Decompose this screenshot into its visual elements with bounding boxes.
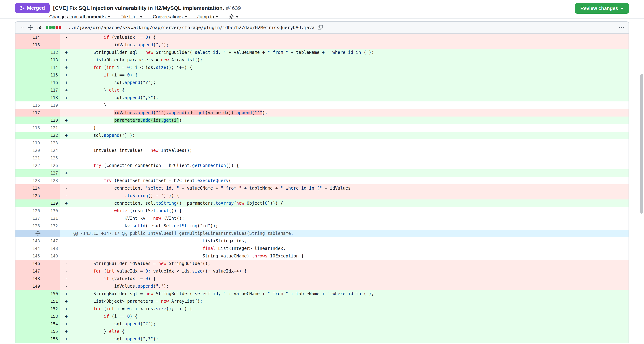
code-token: executeQuery (198, 178, 228, 183)
diff-marker: - (65, 267, 73, 275)
hunk-drag-handle-icon[interactable] (16, 230, 60, 237)
diff-row: 117+ } else { (16, 86, 628, 94)
code-token: (i) (171, 118, 179, 123)
new-line-number: 117 (42, 86, 60, 94)
hunk-row: @@ -143,13 +147,17 @@ public IntValues[]… (16, 230, 628, 237)
old-line-number (16, 320, 42, 328)
code-token: (resultSet. (127, 208, 158, 213)
code-token: sql. (73, 133, 104, 138)
code-token: append (138, 42, 153, 47)
changes-from-dropdown[interactable]: Changes fromall commits (49, 14, 110, 19)
diff-row: 126130 while (resultSet.next()) { (16, 207, 628, 214)
file-path-link[interactable]: ...n/java/org/apache/skywalking/oap/serv… (66, 25, 315, 30)
code-token: String valueCName) (73, 254, 252, 259)
code-token: "?" (143, 80, 150, 85)
code-token: (Connection connection = h2Client. (101, 163, 192, 168)
diff-marker: + (65, 305, 73, 313)
old-line-number (16, 56, 42, 64)
code-token: setId (132, 223, 145, 228)
code-token: StringBuilder( (153, 291, 192, 296)
code-token: append (124, 321, 140, 327)
code-token: if (104, 35, 109, 40)
copy-path-button[interactable] (318, 25, 323, 30)
code-token: "select id, " (192, 291, 226, 296)
diff-row: 116+ sql.append("?"); (16, 79, 628, 86)
code-token: parameters. (114, 118, 143, 123)
conversations-dropdown[interactable]: Conversations (153, 14, 187, 19)
file-options-kebab-button[interactable] (619, 25, 624, 30)
diff-marker: - (65, 260, 73, 267)
new-line-number: 124 (42, 147, 60, 154)
code-token: i = (114, 306, 127, 311)
code-token: } (73, 88, 109, 93)
code-token: List<String> ids, (73, 238, 247, 243)
diff-settings-dropdown[interactable] (229, 14, 239, 19)
jump-to-dropdown[interactable]: Jump to (198, 14, 219, 19)
old-line-number: 123 (16, 177, 42, 184)
code-token: StringBuilder(); (166, 261, 210, 266)
changes-from-value: all commits (80, 14, 106, 19)
code-line: + (60, 169, 628, 177)
code-token: size (156, 306, 166, 311)
code-token: append (124, 337, 140, 342)
old-line-number (16, 313, 42, 320)
file-filter-dropdown[interactable]: File filter (120, 14, 142, 19)
diff-marker: + (65, 56, 73, 64)
new-line-number: 130 (42, 207, 60, 214)
code-token: ) { (130, 73, 138, 78)
code-token: + valueCName + (226, 50, 268, 55)
old-line-number: 115 (16, 41, 42, 49)
diff-row: 129+ connection, sql.toString(), paramet… (16, 199, 628, 207)
scrollbar-thumb[interactable] (640, 74, 643, 214)
code-token: 0 (265, 201, 267, 206)
diff-row: 149- idValues.append(","); (16, 282, 628, 290)
diff-row: 125- .toString() + ")")) { (16, 192, 628, 199)
code-token: for (94, 269, 101, 274)
diff-row: 114- if (valueIdx != 0) { (16, 33, 628, 41)
code-token: ; i < ids. (130, 306, 156, 311)
diff-row: 122+ sql.append(")"); (16, 132, 628, 139)
diff-row: 148- if (valueIdx != 0) { (16, 275, 628, 282)
chevron-down-icon (184, 16, 187, 17)
code-token: "select id, " (146, 186, 179, 191)
code-token: connection, (73, 186, 146, 191)
chevron-down-icon (140, 16, 143, 17)
diff-marker: + (65, 117, 73, 124)
code-token: StringBuilder sql = (73, 291, 146, 296)
hunk-header-text: @@ -143,13 +147,17 @@ public IntValues[]… (60, 230, 628, 237)
code-line: IntValues intValues = new IntValues(); (60, 147, 628, 154)
code-token: ( (153, 284, 156, 289)
code-token: ",?" (143, 337, 153, 342)
code-token: List<Object> parameters = (73, 57, 161, 62)
code-token: "'" (254, 110, 262, 115)
diffstat-block-deleted (56, 26, 58, 29)
old-line-number (16, 305, 42, 313)
new-line-number: 122 (42, 132, 60, 139)
code-token: ()) { (169, 208, 182, 213)
gear-icon (229, 14, 234, 19)
collapse-file-button[interactable] (20, 25, 25, 30)
review-changes-button[interactable]: Review changes (575, 3, 629, 14)
code-token: (); i++) { (166, 65, 192, 70)
old-line-number: 118 (16, 124, 42, 132)
code-line: kv.setId(resultSet.getString("id")); (60, 222, 628, 230)
new-line-number: 148 (42, 245, 60, 252)
code-token: ); (151, 80, 156, 85)
new-line-number: 147 (42, 237, 60, 245)
code-token: else (109, 329, 120, 334)
new-line-number: 150 (42, 290, 60, 298)
diff-marker: - (65, 282, 73, 290)
drag-handle-icon[interactable] (28, 25, 34, 30)
code-token: append (124, 80, 140, 85)
code-token: " where id in (" (280, 186, 322, 191)
new-line-number: 116 (42, 79, 60, 86)
code-line: List<String> ids, (60, 237, 628, 245)
new-line-number: 132 (42, 222, 60, 230)
code-token: ( (153, 42, 156, 47)
code-token: new (161, 299, 169, 304)
code-line: + for (int i = 0; i < ids.size(); i++) { (60, 64, 628, 71)
code-token: (resultSet. (146, 223, 174, 228)
diff-marker: - (65, 41, 73, 49)
code-line: KVInt kv = new KVInt(); (60, 214, 628, 222)
diff-row: 150+ StringBuilder sql = new StringBuild… (16, 290, 628, 298)
